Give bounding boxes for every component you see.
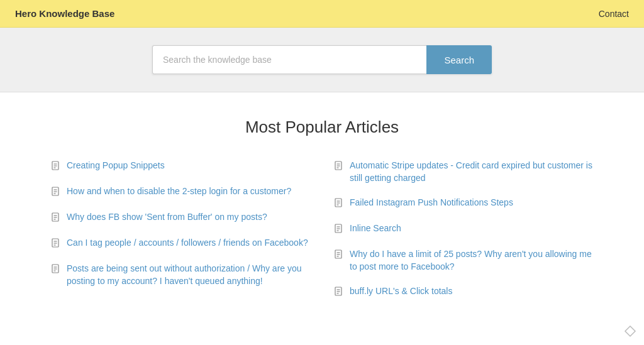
document-icon	[52, 212, 62, 224]
document-icon	[335, 249, 345, 261]
article-link[interactable]: How and when to disable the 2-step login…	[67, 185, 291, 198]
list-item: How and when to disable the 2-step login…	[52, 185, 309, 199]
search-button[interactable]: Search	[426, 45, 492, 74]
list-item: Can I tag people / accounts / followers …	[52, 237, 309, 250]
search-input[interactable]	[152, 45, 426, 74]
article-link[interactable]: Creating Popup Snippets	[67, 160, 165, 172]
list-item: Automatic Stripe updates - Credit card e…	[335, 160, 592, 184]
document-icon	[335, 224, 345, 236]
list-item: Why does FB show 'Sent from Buffer' on m…	[52, 211, 309, 224]
right-column: Automatic Stripe updates - Credit card e…	[322, 160, 605, 311]
article-link[interactable]: Posts are being sent out without authori…	[67, 263, 309, 287]
article-link[interactable]: Why do I have a limit of 25 posts? Why a…	[350, 248, 592, 273]
search-section: Search	[0, 28, 644, 92]
document-icon	[335, 198, 345, 210]
document-icon	[52, 264, 62, 276]
left-column: Creating Popup Snippets How and when to …	[39, 160, 322, 311]
document-icon	[335, 161, 345, 173]
article-link[interactable]: Failed Instagram Push Notifications Step…	[350, 197, 513, 209]
article-link[interactable]: buff.ly URL's & Click totals	[350, 285, 452, 298]
nav-bar: Hero Knowledge Base Contact	[0, 0, 644, 28]
section-title: Most Popular Articles	[13, 118, 631, 137]
list-item: Inline Search	[335, 222, 592, 236]
document-icon	[335, 287, 345, 298]
document-icon	[52, 187, 62, 199]
document-icon	[52, 238, 62, 250]
list-item: Posts are being sent out without authori…	[52, 263, 309, 287]
site-title: Hero Knowledge Base	[15, 8, 114, 19]
article-link[interactable]: Can I tag people / accounts / followers …	[67, 237, 308, 249]
document-icon	[52, 161, 62, 173]
list-item: buff.ly URL's & Click totals	[335, 285, 592, 298]
list-item: Why do I have a limit of 25 posts? Why a…	[335, 248, 592, 273]
list-item: Failed Instagram Push Notifications Step…	[335, 197, 592, 210]
search-bar: Search	[152, 45, 492, 74]
diamond-icon	[624, 325, 636, 337]
article-link[interactable]: Why does FB show 'Sent from Buffer' on m…	[67, 211, 267, 224]
list-item: Creating Popup Snippets	[52, 160, 309, 173]
contact-link[interactable]: Contact	[599, 9, 629, 19]
article-link[interactable]: Inline Search	[350, 222, 401, 235]
articles-grid: Creating Popup Snippets How and when to …	[39, 160, 605, 311]
article-link[interactable]: Automatic Stripe updates - Credit card e…	[350, 160, 592, 184]
main-content: Most Popular Articles Creating Popup Sni…	[0, 92, 644, 345]
